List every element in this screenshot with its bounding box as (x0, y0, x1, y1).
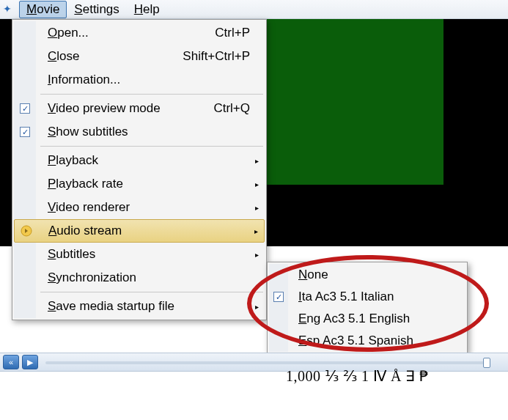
menubar-item-help[interactable]: Help (127, 1, 167, 18)
submenu-arrow-icon: ▸ (254, 227, 258, 235)
menu-item-label: Show subtitles (48, 125, 128, 139)
menu-item-video-renderer[interactable]: Video renderer▸ (14, 196, 265, 219)
menubar-item-movie[interactable]: Movie (19, 1, 67, 18)
submenu-arrow-icon: ▸ (255, 251, 259, 259)
menu-item-label: Playback (48, 153, 98, 168)
submenu-arrow-icon: ▸ (255, 303, 259, 311)
audio-icon (21, 225, 32, 237)
menu-item-playback-rate[interactable]: Playback rate▸ (14, 172, 265, 196)
audio-option-esp-ac3-5-1-spanish[interactable]: Esp Ac3 5.1 Spanish (269, 330, 465, 352)
menu-separator (40, 146, 263, 147)
playback-bar: « ▶ (0, 353, 508, 372)
sample-text: 1,000 ⅓ ⅔ 1 Ⅳ Å ∃ ₱ (286, 367, 430, 385)
audio-stream-submenu: None✓Ita Ac3 5.1 ItalianEng Ac3 5.1 Engl… (267, 262, 468, 354)
app-window: ✦ MovieSettingsHelp Open...Ctrl+PCloseSh… (0, 0, 508, 420)
menu-item-accel: Ctrl+P (215, 26, 250, 40)
menu-item-label: Synchronization (48, 270, 136, 285)
menu-separator (40, 292, 263, 292)
menu-item-save-media-startup-file[interactable]: Save media startup file▸ (14, 295, 265, 318)
menu-item-label: Eng Ac3 5.1 English (298, 312, 410, 326)
menu-items-container: Open...Ctrl+PCloseShift+Ctrl+PInformatio… (14, 21, 265, 318)
menu-item-video-preview-mode[interactable]: ✓Video preview modeCtrl+Q (14, 97, 265, 120)
seek-track[interactable] (45, 361, 486, 364)
submenu-arrow-icon: ▸ (255, 180, 259, 188)
menubar-items: MovieSettingsHelp (19, 1, 167, 18)
menu-item-label: None (298, 268, 328, 282)
menu-item-open[interactable]: Open...Ctrl+P (14, 21, 265, 45)
menu-item-accel: Shift+Ctrl+P (183, 49, 250, 64)
menu-separator (40, 94, 263, 95)
check-icon: ✓ (273, 292, 284, 302)
menu-item-label: Video renderer (48, 200, 130, 215)
menu-item-label: Esp Ac3 5.1 Spanish (298, 334, 413, 348)
menu-item-label: Video preview mode (48, 101, 161, 116)
menu-item-playback[interactable]: Playback▸ (14, 149, 265, 172)
menu-item-audio-stream[interactable]: Audio stream▸ (14, 219, 265, 243)
menu-item-show-subtitles[interactable]: ✓Show subtitles (14, 120, 265, 144)
menu-item-close[interactable]: CloseShift+Ctrl+P (14, 45, 265, 68)
audio-option-ita-ac3-5-1-italian[interactable]: ✓Ita Ac3 5.1 Italian (269, 286, 465, 308)
audio-option-eng-ac3-5-1-english[interactable]: Eng Ac3 5.1 English (269, 308, 465, 330)
menu-item-label: Information... (48, 73, 120, 87)
submenu-arrow-icon: ▸ (255, 204, 259, 212)
menu-item-label: Playback rate (48, 177, 123, 191)
menubar: ✦ MovieSettingsHelp (0, 0, 508, 19)
movie-menu: Open...Ctrl+PCloseShift+Ctrl+PInformatio… (12, 19, 267, 320)
menu-item-label: Open... (48, 26, 89, 40)
menu-item-subtitles[interactable]: Subtitles▸ (14, 243, 265, 266)
menu-item-label: Close (48, 49, 79, 64)
check-icon: ✓ (20, 103, 30, 114)
video-preview (260, 19, 443, 185)
menu-item-label: Subtitles (48, 247, 95, 262)
play-button[interactable]: ▶ (22, 355, 38, 369)
menu-item-accel: Ctrl+Q (213, 101, 250, 116)
menu-item-synchronization[interactable]: Synchronization (14, 266, 265, 290)
menubar-item-settings[interactable]: Settings (67, 1, 126, 18)
app-icon: ✦ (3, 3, 16, 16)
menu-item-label: Ita Ac3 5.1 Italian (298, 290, 394, 304)
check-icon: ✓ (20, 127, 30, 137)
menu-item-label: Audio stream (48, 224, 122, 238)
menu-item-information[interactable]: Information... (14, 68, 265, 92)
submenu-arrow-icon: ▸ (255, 157, 259, 165)
menu-item-label: Save media startup file (48, 299, 174, 314)
audio-option-none[interactable]: None (269, 264, 465, 286)
submenu-items-container: None✓Ita Ac3 5.1 ItalianEng Ac3 5.1 Engl… (269, 264, 465, 352)
seek-handle[interactable] (483, 358, 490, 368)
prev-button[interactable]: « (3, 355, 19, 369)
